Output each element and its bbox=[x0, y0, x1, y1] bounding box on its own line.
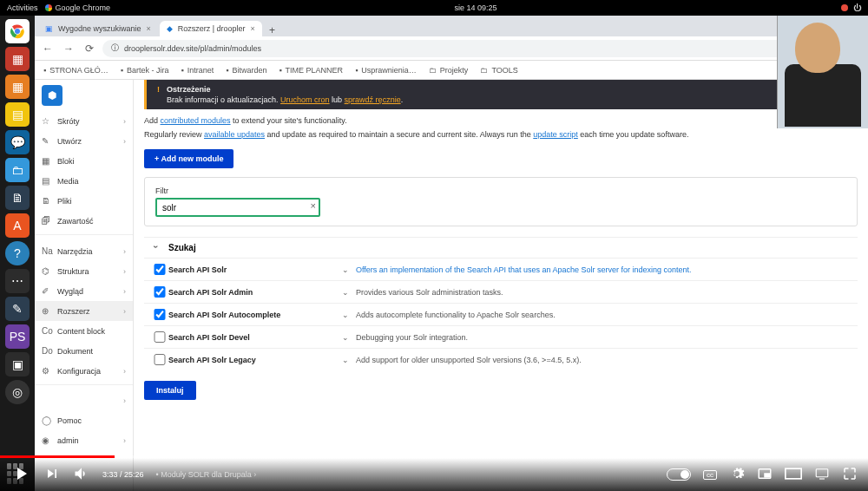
category-toggle[interactable]: Szukaj bbox=[144, 237, 858, 258]
browser-tab[interactable]: ▣ Wygodne wyszukiwanie × bbox=[38, 21, 158, 36]
dock-app-icon[interactable]: ⋯ bbox=[5, 269, 30, 293]
url-field[interactable]: ⓘ drooplersolr.ddev.site/pl/admin/module… bbox=[102, 40, 798, 57]
bookmark-item[interactable]: ▪STRONA GŁÓ… bbox=[43, 66, 108, 75]
dock-help-icon[interactable]: ? bbox=[5, 241, 30, 265]
sidebar-item[interactable]: CoContent block bbox=[35, 321, 133, 341]
sidebar-item[interactable]: ◯Pomoc bbox=[35, 410, 133, 430]
add-module-button[interactable]: + Add new module bbox=[144, 149, 233, 168]
forward-button[interactable]: → bbox=[61, 43, 76, 55]
module-checkbox[interactable] bbox=[151, 264, 168, 275]
ubuntu-dock: ▦ ▦ ▤ 💬 🗀 🗎 A ? ⋯ ✎ PS ▣ ◎ bbox=[0, 16, 35, 491]
dock-app-icon[interactable]: ▣ bbox=[5, 352, 30, 376]
reload-button[interactable]: ⟳ bbox=[82, 43, 97, 55]
sidebar-item[interactable]: ✐Wygląd› bbox=[35, 281, 133, 301]
dock-app-icon[interactable]: ▤ bbox=[5, 102, 30, 127]
chevron-right-icon: › bbox=[123, 267, 126, 276]
bookmark-item[interactable]: ▪Bitwarden bbox=[226, 66, 266, 75]
sidebar-item[interactable]: ▤Media bbox=[35, 171, 133, 191]
update-script-link[interactable]: update script bbox=[533, 130, 578, 139]
dock-app-icon[interactable]: ▦ bbox=[5, 47, 30, 71]
filter-input[interactable] bbox=[155, 198, 320, 217]
active-app[interactable]: Google Chrome bbox=[45, 3, 111, 12]
video-controls: 3:33 / 25:26 • Moduły SOLR dla Drupala ›… bbox=[0, 458, 868, 491]
sidebar-item[interactable]: ▦Bloki bbox=[35, 151, 133, 171]
theater-button[interactable] bbox=[785, 468, 802, 481]
video-chapter[interactable]: • Moduły SOLR dla Drupala › bbox=[156, 470, 257, 479]
dock-app-icon[interactable]: ▦ bbox=[5, 75, 30, 99]
admin-sidebar: ⬢ ☆Skróty›✎Utwórz›▦Bloki▤Media🗎Pliki🗐Zaw… bbox=[35, 80, 134, 491]
sidebar-item[interactable]: ☆Skróty› bbox=[35, 111, 133, 131]
back-button[interactable]: ← bbox=[40, 43, 56, 55]
expand-icon[interactable]: ⌄ bbox=[342, 311, 356, 319]
module-checkbox[interactable] bbox=[151, 354, 168, 365]
activities-label[interactable]: Activities bbox=[7, 3, 38, 12]
sidebar-label: Struktura bbox=[57, 267, 89, 276]
cron-link[interactable]: Uruchom cron bbox=[280, 95, 330, 104]
browser-tab[interactable]: ◆ Rozszerz | droopler × bbox=[160, 21, 262, 36]
expand-icon[interactable]: ⌄ bbox=[342, 356, 356, 364]
sidebar-item[interactable]: ◉admin› bbox=[35, 430, 133, 450]
new-tab-button[interactable]: + bbox=[264, 24, 280, 36]
autoplay-toggle[interactable] bbox=[667, 468, 691, 481]
close-icon[interactable]: × bbox=[146, 24, 150, 33]
dock-app-icon[interactable]: 🗎 bbox=[5, 186, 30, 210]
dock-chrome-icon[interactable] bbox=[5, 19, 30, 43]
sidebar-item[interactable]: ⊕Rozszerz› bbox=[35, 301, 133, 321]
volume-button[interactable] bbox=[73, 465, 90, 484]
bookmark-item[interactable]: 🗀TOOLS bbox=[480, 66, 517, 75]
sidebar-item[interactable]: 🗐Zawartość bbox=[35, 211, 133, 231]
settings-button[interactable] bbox=[729, 466, 745, 483]
module-checkbox[interactable] bbox=[151, 331, 168, 343]
dock-files-icon[interactable]: 🗀 bbox=[5, 158, 30, 182]
sidebar-item[interactable]: DoDokument bbox=[35, 341, 133, 361]
close-icon[interactable]: × bbox=[251, 24, 255, 33]
system-menu[interactable]: ⏻ bbox=[853, 3, 861, 12]
expand-icon[interactable]: ⌄ bbox=[342, 288, 356, 297]
module-row: Search API Solr Legacy⌄Add support for o… bbox=[144, 348, 858, 370]
clock[interactable]: sie 14 09:25 bbox=[455, 3, 497, 12]
expand-icon[interactable]: ⌄ bbox=[342, 265, 356, 274]
sidebar-icon: ⚙ bbox=[42, 366, 52, 376]
dock-phpstorm-icon[interactable]: PS bbox=[5, 324, 30, 349]
module-description[interactable]: Offers an implementation of the Search A… bbox=[356, 265, 858, 274]
play-button[interactable] bbox=[10, 463, 31, 486]
sidebar-item[interactable]: 🗎Pliki bbox=[35, 191, 133, 211]
url-text: drooplersolr.ddev.site/pl/admin/modules bbox=[124, 44, 261, 53]
tv-button[interactable] bbox=[814, 466, 830, 483]
bookmark-label: TIME PLANNER bbox=[286, 66, 344, 75]
dock-app-icon[interactable]: 💬 bbox=[5, 130, 30, 154]
chevron-right-icon: › bbox=[123, 436, 126, 445]
install-button[interactable]: Instaluj bbox=[144, 381, 196, 400]
sidebar-item[interactable]: › bbox=[35, 391, 133, 410]
module-checkbox[interactable] bbox=[151, 286, 168, 298]
favicon-icon: ▪ bbox=[121, 66, 123, 75]
sidebar-item[interactable]: ⌬Struktura› bbox=[35, 261, 133, 281]
contributed-link[interactable]: contributed modules bbox=[161, 116, 231, 125]
module-row: Search API Solr Admin⌄Provides various S… bbox=[144, 280, 858, 303]
updates-link[interactable]: available updates bbox=[204, 130, 265, 139]
sidebar-item[interactable]: ✎Utwórz› bbox=[35, 131, 133, 151]
subtitles-button[interactable]: cc bbox=[703, 470, 717, 480]
sidebar-item[interactable]: ⚙Konfiguracja› bbox=[35, 361, 133, 381]
sidebar-label: Rozszerz bbox=[57, 307, 90, 316]
favicon-icon: ▪ bbox=[355, 66, 358, 75]
module-row: Search API Solr Devel⌄Debugging your Sol… bbox=[144, 325, 858, 348]
site-info-icon[interactable]: ⓘ bbox=[111, 43, 119, 54]
expand-icon[interactable]: ⌄ bbox=[342, 333, 356, 342]
check-manual-link[interactable]: sprawdź ręcznie bbox=[345, 95, 401, 104]
drupal-home-icon[interactable]: ⬢ bbox=[42, 85, 62, 106]
dock-app-icon[interactable]: ✎ bbox=[5, 297, 30, 321]
next-button[interactable] bbox=[43, 465, 61, 484]
bookmark-item[interactable]: 🗀Projekty bbox=[429, 66, 469, 75]
sidebar-item[interactable]: NaNarzędzia› bbox=[35, 241, 133, 261]
fullscreen-button[interactable] bbox=[842, 466, 858, 483]
bookmark-item[interactable]: ▪TIME PLANNER bbox=[279, 66, 343, 75]
dock-store-icon[interactable]: A bbox=[5, 213, 30, 238]
dock-obs-icon[interactable]: ◎ bbox=[5, 380, 30, 404]
miniplayer-button[interactable] bbox=[757, 466, 773, 483]
bookmark-item[interactable]: ▪Usprawnienia… bbox=[355, 66, 417, 75]
module-checkbox[interactable] bbox=[151, 309, 168, 320]
bookmark-item[interactable]: ▪Bartek - Jira bbox=[121, 66, 169, 75]
clear-filter-icon[interactable]: × bbox=[311, 200, 316, 211]
bookmark-item[interactable]: ▪Intranet bbox=[181, 66, 214, 75]
